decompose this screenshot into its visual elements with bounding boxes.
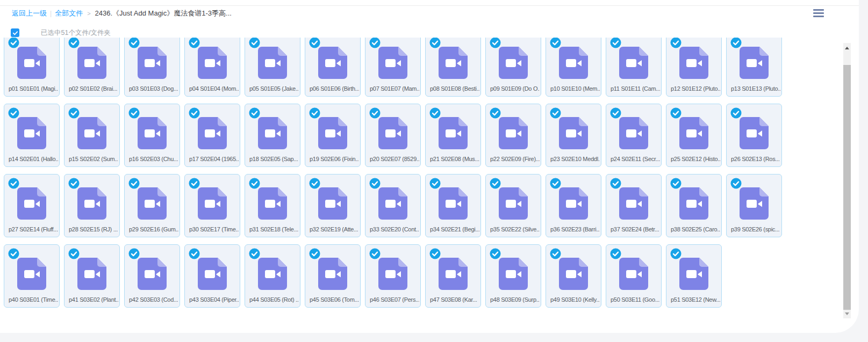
file-tile[interactable]: p36 S02E23 (Barri... <box>546 174 601 237</box>
video-file-icon <box>258 258 287 290</box>
file-name: p25 S02E12 (Histo... <box>671 156 720 162</box>
file-tile[interactable]: p34 S02E21 (Begi... <box>425 174 481 237</box>
file-tile[interactable]: p40 S03E01 (Time... <box>4 244 60 308</box>
file-tile[interactable]: p45 S03E06 (Tom... <box>305 244 361 308</box>
file-tile[interactable]: p30 S02E17 (Time... <box>184 174 240 237</box>
video-file-icon <box>77 117 106 149</box>
breadcrumb-back-link[interactable]: 返回上一级 <box>12 9 47 18</box>
video-file-icon <box>198 258 227 290</box>
file-tile[interactable]: p11 S01E11 (Cam... <box>606 38 662 97</box>
file-tile[interactable]: p02 S01E02 (Brai... <box>64 38 120 97</box>
video-file-icon <box>318 47 347 79</box>
file-tile[interactable]: p01 S01E01 (Magi... <box>4 38 60 97</box>
video-file-icon <box>740 117 769 149</box>
breadcrumb-all-files-link[interactable]: 全部文件 <box>55 9 83 18</box>
file-name: p35 S02E22 (Silve... <box>490 226 540 232</box>
file-tile[interactable]: p49 S03E10 (Kelly... <box>546 244 601 308</box>
file-tile[interactable]: p12 S01E12 (Pluto... <box>666 38 722 97</box>
file-tile[interactable]: p09 S01E09 (Do O... <box>485 38 541 97</box>
breadcrumb: 返回上一级 | 全部文件 > 2436.《Just Add Magic》魔法食谱… <box>12 6 232 20</box>
file-tile[interactable]: p27 S02E14 (Fluff... <box>4 174 60 237</box>
file-tile[interactable]: p14 S02E01 (Hallo... <box>4 104 60 167</box>
file-tile[interactable]: p23 S02E10 Meddl... <box>546 104 601 167</box>
video-file-icon <box>619 117 648 149</box>
file-tile[interactable]: p44 S03E05 (Rot) ... <box>245 244 300 308</box>
hamburger-menu-icon[interactable] <box>813 7 826 19</box>
scroll-up-arrow-icon[interactable] <box>843 44 851 52</box>
file-tile[interactable]: p48 S03E09 (Surp... <box>485 244 541 308</box>
file-name: p37 S02E24 (Betr... <box>611 226 660 232</box>
file-name: p01 S01E01 (Magi... <box>9 85 58 92</box>
file-tile[interactable]: p06 S01E06 (Birth... <box>305 38 361 97</box>
video-file-icon <box>499 258 528 290</box>
video-file-icon <box>378 258 407 290</box>
file-tile[interactable]: p04 S01E04 (Mom... <box>184 38 240 97</box>
video-file-icon <box>740 47 769 79</box>
file-tile[interactable]: p17 S02E04 (1965... <box>184 104 240 167</box>
file-tile[interactable]: p43 S03E04 (Piper... <box>184 244 240 308</box>
video-file-icon <box>318 187 347 220</box>
file-name: p43 S03E04 (Piper... <box>189 296 239 303</box>
file-tile[interactable]: p46 S03E07 (Pers... <box>365 244 421 308</box>
file-manager-page: 返回上一级 | 全部文件 > 2436.《Just Add Magic》魔法食谱… <box>0 0 868 342</box>
file-tile[interactable]: p07 S01E07 (Mam... <box>365 38 421 97</box>
file-tile[interactable]: p42 S03E03 (Cod... <box>124 244 180 308</box>
file-name: p18 S02E05 (Sap... <box>249 156 299 162</box>
video-file-icon <box>138 117 167 149</box>
file-tile[interactable]: p20 S02E07 (8529... <box>365 104 421 167</box>
file-tile[interactable]: p37 S02E24 (Betr... <box>606 174 662 237</box>
file-tile[interactable]: p31 S02E18 (Tele... <box>245 174 300 237</box>
file-tile[interactable]: p21 S02E08 (Mus... <box>425 104 481 167</box>
file-tile[interactable]: p28 S02E15 (RJ) ... <box>64 174 120 237</box>
file-tile[interactable]: p08 S01E08 (Besti... <box>425 38 481 97</box>
file-name: p10 S01E10 (Mem... <box>550 85 600 92</box>
video-file-icon <box>439 47 468 79</box>
file-name: p21 S02E08 (Mus... <box>430 156 479 162</box>
file-tile[interactable]: p22 S02E09 (Fire)... <box>485 104 541 167</box>
video-file-icon <box>198 187 227 220</box>
file-tile[interactable]: p19 S02E06 (Fixin... <box>305 104 361 167</box>
video-file-icon <box>378 117 407 149</box>
file-tile[interactable]: p50 S03E11 (Goo... <box>606 244 662 308</box>
file-name: p48 S03E09 (Surp... <box>490 296 540 303</box>
video-file-icon <box>559 187 588 220</box>
scrollbar[interactable] <box>843 43 851 318</box>
file-tile[interactable]: p15 S02E02 (Sum... <box>64 104 120 167</box>
file-name: p30 S02E17 (Time... <box>189 226 239 232</box>
video-file-icon <box>77 258 106 290</box>
file-tile[interactable]: p29 S02E16 (Gum... <box>124 174 180 237</box>
scroll-down-arrow-icon[interactable] <box>843 310 851 317</box>
file-tile[interactable]: p41 S03E02 (Plant... <box>64 244 120 308</box>
top-strip <box>0 0 859 5</box>
file-grid: p01 S01E01 (Magi... p02 S01E02 (Brai... <box>4 38 840 308</box>
file-tile[interactable]: p18 S02E05 (Sap... <box>245 104 300 167</box>
file-tile[interactable]: p47 S03E08 (Kar... <box>425 244 481 308</box>
file-name: p15 S02E02 (Sum... <box>69 156 118 162</box>
file-name: p17 S02E04 (1965... <box>189 156 239 162</box>
file-name: p14 S02E01 (Hallo... <box>9 156 58 162</box>
file-name: p36 S02E23 (Barri... <box>550 226 600 232</box>
video-file-icon <box>378 47 407 79</box>
file-tile[interactable]: p35 S02E22 (Silve... <box>485 174 541 237</box>
file-tile[interactable]: p51 S03E12 (New... <box>666 244 722 308</box>
select-all-checkbox[interactable] <box>11 28 19 37</box>
file-tile[interactable]: p13 S01E13 (Pluto... <box>726 38 782 97</box>
file-name: p41 S03E02 (Plant... <box>69 296 118 303</box>
file-name: p38 S02E25 (Caro... <box>671 226 720 232</box>
file-tile[interactable]: p33 S02E20 (Cont... <box>365 174 421 237</box>
file-tile[interactable]: p26 S02E13 (Ros... <box>726 104 782 167</box>
video-file-icon <box>439 258 468 290</box>
file-tile[interactable]: p10 S01E10 (Mem... <box>546 38 601 97</box>
scrollbar-thumb[interactable] <box>843 65 851 310</box>
video-file-icon <box>138 47 167 79</box>
file-tile[interactable]: p16 S02E03 (Chu... <box>124 104 180 167</box>
file-tile[interactable]: p38 S02E25 (Caro... <box>666 174 722 237</box>
file-tile[interactable]: p03 S01E03 (Dog... <box>124 38 180 97</box>
video-file-icon <box>77 47 106 79</box>
file-tile[interactable]: p24 S02E11 (Secr... <box>606 104 662 167</box>
file-tile[interactable]: p39 S02E26 (spic... <box>726 174 782 237</box>
file-tile[interactable]: p05 S01E05 (Jake... <box>245 38 300 97</box>
file-tile[interactable]: p25 S02E12 (Histo... <box>666 104 722 167</box>
file-tile[interactable]: p32 S02E19 (Atte... <box>305 174 361 237</box>
breadcrumb-separator: > <box>87 10 90 17</box>
